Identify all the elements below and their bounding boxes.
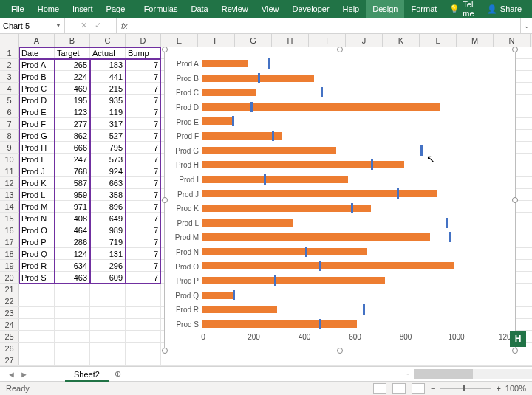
sheet-nav[interactable]: ◄► [0,370,35,379]
cell-C20[interactable]: 609 [90,272,126,283]
cancel-icon[interactable]: ✕ [81,21,87,30]
cell-A18[interactable]: Prod Q [19,248,55,259]
cell-C8[interactable]: 527 [90,130,126,141]
cell-C19[interactable]: 296 [90,260,126,271]
cell-B27[interactable] [55,354,90,365]
chevron-left-icon[interactable]: ◄ [7,370,16,379]
chart-bar[interactable] [202,103,440,111]
cell-A20[interactable]: Prod S [19,272,55,283]
zoom-slider[interactable] [440,388,491,389]
row-header[interactable]: 27 [0,354,19,365]
cell-D17[interactable]: 7 [126,236,161,247]
cell-A26[interactable] [19,343,55,354]
sheet-tab[interactable]: Sheet2 [65,367,109,382]
cell-C17[interactable]: 719 [90,236,126,247]
row-header[interactable]: 9 [0,142,19,153]
cell-D9[interactable]: 7 [126,142,161,153]
cell-C3[interactable]: 441 [90,71,126,82]
cell-A8[interactable]: Prod G [19,130,55,141]
ribbon-tab-home[interactable]: Home [31,0,66,18]
zoom-level[interactable]: 100% [505,384,526,393]
chart-bar[interactable] [202,306,277,313]
cell-C26[interactable] [90,343,126,354]
cell-C6[interactable]: 119 [90,106,126,117]
page-layout-view-button[interactable] [392,383,406,394]
chart-bar[interactable] [202,132,282,140]
cell-B4[interactable]: 469 [55,83,90,94]
chart-bar[interactable] [202,233,430,241]
cell-C1[interactable]: Actual [90,47,126,58]
zoom-slider-thumb[interactable] [463,385,465,391]
row-header[interactable]: 24 [0,319,19,330]
row-header[interactable]: 5 [0,95,19,106]
chart-target-marker[interactable] [305,247,307,257]
row-header[interactable]: 11 [0,165,19,176]
cell-A24[interactable] [19,319,55,330]
chart-target-marker[interactable] [321,87,323,97]
cell-B11[interactable]: 768 [55,165,90,176]
cell-B9[interactable]: 666 [55,142,90,153]
row-header[interactable]: 25 [0,331,19,342]
column-header-K[interactable]: K [383,34,420,47]
chart-bar[interactable] [202,117,232,125]
select-all-corner[interactable] [0,34,19,47]
chart-bar[interactable] [202,292,235,299]
accept-icon[interactable]: ✓ [95,21,101,30]
chart-target-marker[interactable] [233,290,235,300]
cell-B22[interactable] [55,295,90,306]
row-header[interactable]: 6 [0,106,19,117]
row-header[interactable]: 21 [0,284,19,295]
cell-A1[interactable]: Date [19,47,55,58]
resize-handle[interactable] [337,47,343,52]
ribbon-tab-developer[interactable]: Developer [285,0,335,18]
column-header-F[interactable]: F [198,34,235,47]
normal-view-button[interactable] [373,383,386,394]
cell-A17[interactable]: Prod P [19,236,55,247]
cell-B5[interactable]: 195 [55,95,90,106]
row-header[interactable]: 12 [0,177,19,188]
cell-D26[interactable] [126,343,161,354]
cell-A19[interactable]: Prod R [19,260,55,271]
chart-target-marker[interactable] [258,73,260,83]
cell-D7[interactable]: 7 [126,118,161,129]
ribbon-tab-help[interactable]: Help [336,0,366,18]
resize-handle[interactable] [512,197,518,203]
page-break-view-button[interactable] [412,383,425,394]
cell-C16[interactable]: 989 [90,224,126,236]
chart-bar[interactable] [202,205,371,212]
cell-D4[interactable]: 7 [126,83,161,94]
ribbon-tab-file[interactable]: File [4,0,31,18]
cell-B6[interactable]: 123 [55,106,90,117]
cell-C27[interactable] [90,354,126,365]
cell-B16[interactable]: 464 [55,224,90,236]
scrollbar-thumb[interactable] [414,369,473,379]
cell-C22[interactable] [90,295,126,306]
chart-bar[interactable] [202,248,367,255]
row-header[interactable]: 8 [0,130,19,141]
chart-target-marker[interactable] [250,102,253,112]
cell-B23[interactable] [55,307,90,318]
chart-target-marker[interactable] [351,203,353,213]
cell-D1[interactable]: Bump [126,47,161,58]
formula-input[interactable] [132,18,520,33]
help-badge[interactable]: H [510,331,526,347]
row-header[interactable]: 18 [0,248,19,259]
cell-B26[interactable] [55,343,90,354]
column-header-H[interactable]: H [272,34,309,47]
row-header[interactable]: 13 [0,189,19,200]
cell-C13[interactable]: 358 [90,189,126,200]
column-header-E[interactable]: E [161,34,198,47]
horizontal-scrollbar[interactable] [414,369,532,379]
cell-A22[interactable] [19,295,55,306]
cell-A25[interactable] [19,331,55,342]
cell-D23[interactable] [126,307,161,318]
zoom-control[interactable]: − + 100% [431,384,526,393]
cell-D12[interactable]: 7 [126,177,161,188]
cell-A13[interactable]: Prod L [19,189,55,200]
cell-D15[interactable]: 7 [126,213,161,224]
cell-D8[interactable]: 7 [126,130,161,141]
cell-C10[interactable]: 573 [90,154,126,165]
row-header[interactable]: 16 [0,224,19,236]
cell-D25[interactable] [126,331,161,342]
ribbon-tab-design[interactable]: Design [366,0,404,18]
